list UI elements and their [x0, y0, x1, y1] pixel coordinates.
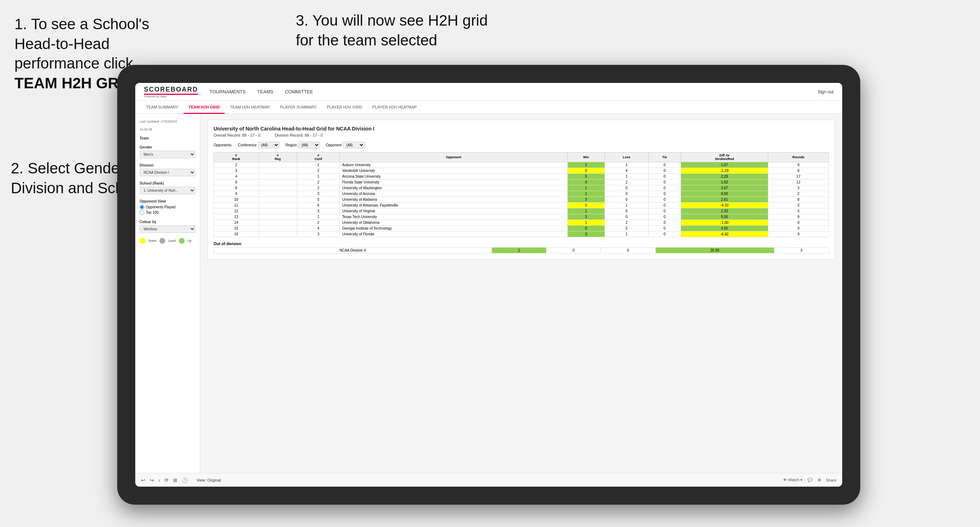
watch-button[interactable]: 👁 Watch ▾ [783, 478, 803, 482]
tab-player-h2h-heatmap[interactable]: PLAYER H2H HEATMAP [367, 101, 422, 114]
cell-conf: 1 [297, 214, 340, 220]
radio-opponents-played-input[interactable] [140, 205, 144, 210]
cell-loss: 2 [605, 179, 649, 185]
cell-conf: 2 [297, 220, 340, 225]
share-button[interactable]: Share [826, 478, 837, 482]
cell-rank: 15 [214, 225, 259, 232]
sidebar-timestamp-time: 16:55:38 [140, 128, 196, 131]
tablet-screen: SCOREBOARD Powered by clippi TOURNAMENTS… [135, 83, 842, 487]
sign-out-button[interactable]: Sign out [818, 89, 834, 94]
cell-diff: -4.33 [681, 203, 768, 208]
sidebar-division-section: Division NCAA Division I NCAA Division I… [140, 163, 196, 176]
cell-diff: 4.50 [681, 225, 768, 232]
out-div-division: NCAA Division II [214, 248, 492, 253]
cell-rounds: 3 [768, 208, 829, 214]
radio-top100[interactable]: Top 100 [140, 210, 196, 215]
cell-rank: 8 [214, 185, 259, 191]
out-div-win: 1 [492, 248, 546, 253]
sub-nav: TEAM SUMMARY TEAM H2H GRID TEAM H2H HEAT… [135, 101, 842, 114]
cell-win: 3 [567, 232, 605, 237]
cell-loss: 0 [605, 185, 649, 191]
add-button[interactable]: ⊞ [173, 477, 177, 483]
grid-button[interactable]: ⊞ [818, 478, 821, 482]
table-row: 11 6 University of Arkansas, Fayettevill… [214, 203, 829, 208]
app-header: SCOREBOARD Powered by clippi TOURNAMENTS… [135, 83, 842, 101]
col-header-opponent: Opponent [340, 152, 567, 162]
tab-player-h2h-grid[interactable]: PLAYER H2H GRID [322, 101, 367, 114]
col-header-tie: Tie [649, 152, 681, 162]
legend-level-label: Level [168, 239, 176, 243]
cell-loss: 0 [605, 191, 649, 197]
cell-tie: 0 [649, 185, 681, 191]
cell-rank: 10 [214, 197, 259, 203]
sidebar-opponent-view-label: Opponent View [140, 199, 196, 203]
col-header-reg: #Reg [259, 152, 297, 162]
radio-opponents-played[interactable]: Opponents Played [140, 205, 196, 210]
out-of-division-table: NCAA Division II 1 0 0 26.00 3 [213, 247, 829, 253]
tab-player-summary[interactable]: PLAYER SUMMARY [275, 101, 322, 114]
school-select[interactable]: 1. University of Nort... [140, 187, 196, 194]
cell-reg [259, 162, 297, 168]
cell-loss: 4 [605, 168, 649, 174]
sidebar: Last Updated: 27/03/2024 16:55:38 Team G… [135, 114, 200, 473]
out-div-rounds: 3 [774, 248, 829, 253]
colour-select[interactable]: Win/loss [140, 225, 196, 233]
refresh-button[interactable]: ⟳ [164, 477, 169, 483]
cell-diff: 2.33 [681, 208, 768, 214]
cell-opponent: Texas Tech University [340, 214, 567, 220]
cell-reg [259, 168, 297, 174]
opponent-select[interactable]: (All) [343, 142, 365, 149]
cell-win: 0 [567, 168, 605, 174]
sidebar-colour-section: Colour by Win/loss [140, 220, 196, 233]
cell-reg [259, 208, 297, 214]
filter-opponents: Opponents: [213, 143, 232, 147]
cell-tie: 0 [649, 220, 681, 225]
cell-diff: 2.29 [681, 174, 768, 179]
cell-diff: 3.67 [681, 185, 768, 191]
cell-loss: 0 [605, 214, 649, 220]
table-row: 8 2 University of Washington 1 0 0 3.67 … [214, 185, 829, 191]
nav-tournaments[interactable]: TOURNAMENTS [210, 87, 246, 96]
sidebar-team-section: Team [140, 136, 196, 140]
nav-committee[interactable]: COMMITTEE [285, 87, 313, 96]
tab-team-h2h-grid[interactable]: TEAM H2H GRID [184, 101, 225, 114]
cell-reg [259, 191, 297, 197]
cell-opponent: University of Florida [340, 232, 567, 237]
clock-icon: 🕐 [182, 477, 188, 483]
back-button[interactable]: ‹ [158, 477, 160, 483]
cell-conf: 5 [297, 197, 340, 203]
cell-tie: 0 [649, 208, 681, 214]
cell-rounds: 8 [768, 197, 829, 203]
out-of-division-row: NCAA Division II 1 0 0 26.00 3 [214, 248, 829, 253]
conference-select[interactable]: (All) [258, 142, 280, 149]
tab-team-h2h-heatmap[interactable]: TEAM H2H HEATMAP [225, 101, 275, 114]
tab-team-summary[interactable]: TEAM SUMMARY [141, 101, 184, 114]
col-header-diff: Diff AvStrokes/Rnd [681, 152, 768, 162]
cell-opponent: Arizona State University [340, 174, 567, 179]
radio-top100-input[interactable] [140, 210, 144, 215]
region-select[interactable]: (All) [298, 142, 320, 149]
annotation-3: 3. You will now see H2H grid for the tea… [296, 11, 490, 50]
cell-tie: 0 [649, 168, 681, 174]
cell-conf: 2 [297, 185, 340, 191]
nav-teams[interactable]: TEAMS [257, 87, 274, 96]
grid-container: University of North Carolina Head-to-Hea… [207, 120, 835, 260]
cell-diff: 5.56 [681, 214, 768, 220]
cell-tie: 0 [649, 232, 681, 237]
cell-diff: -6.42 [681, 232, 768, 237]
filter-opponent: Opponent (All) [326, 142, 365, 149]
annotation-1-text: 1. To see a School's Head-to-Head perfor… [14, 16, 150, 72]
undo-button[interactable]: ↩ [141, 477, 145, 483]
sidebar-colour-label: Colour by [140, 220, 196, 224]
cell-opponent: University of Virginia [340, 208, 567, 214]
table-row: 9 3 University of Arizona 1 0 0 9.00 2 [214, 191, 829, 197]
redo-button[interactable]: ↪ [150, 477, 154, 483]
cell-diff: 1.83 [681, 179, 768, 185]
comment-button[interactable]: 💬 [808, 478, 813, 482]
cell-diff: -1.00 [681, 220, 768, 225]
gender-select[interactable]: Men's Women's [140, 151, 196, 158]
division-select[interactable]: NCAA Division I NCAA Division II NCAA Di… [140, 169, 196, 176]
cell-opponent: University of Oklahoma [340, 220, 567, 225]
filters-row: Opponents: Conference (All) Region (All) [213, 142, 829, 149]
cell-rounds: 9 [768, 232, 829, 237]
